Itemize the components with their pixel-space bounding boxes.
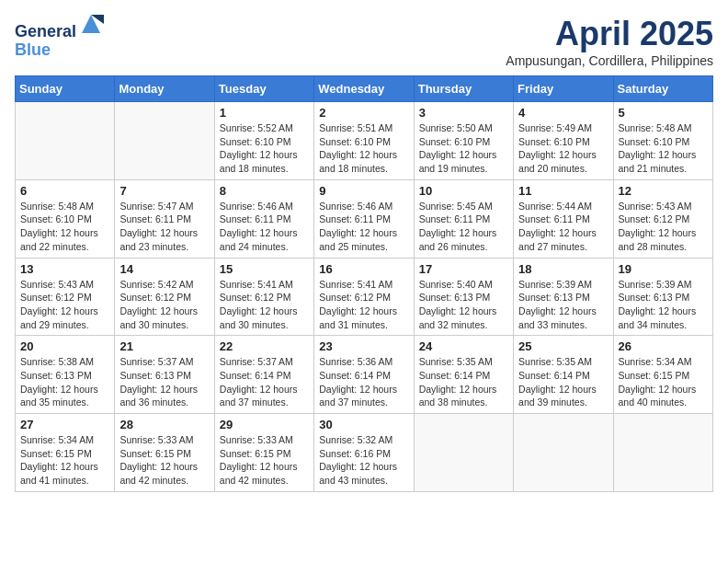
calendar-cell — [115, 102, 214, 180]
day-number: 6 — [20, 184, 109, 198]
day-info: Sunrise: 5:50 AM Sunset: 6:10 PM Dayligh… — [419, 121, 508, 176]
calendar-header-thursday: Thursday — [414, 76, 513, 102]
calendar-cell: 4Sunrise: 5:49 AM Sunset: 6:10 PM Daylig… — [514, 102, 613, 180]
day-info: Sunrise: 5:44 AM Sunset: 6:11 PM Dayligh… — [518, 200, 608, 254]
day-info: Sunrise: 5:48 AM Sunset: 6:10 PM Dayligh… — [619, 121, 708, 176]
title-area: April 2025 Ampusungan, Cordillera, Phili… — [506, 15, 713, 68]
calendar-cell: 8Sunrise: 5:46 AM Sunset: 6:11 PM Daylig… — [214, 179, 313, 258]
calendar-cell: 11Sunrise: 5:44 AM Sunset: 6:11 PM Dayli… — [514, 179, 613, 258]
calendar-cell: 13Sunrise: 5:43 AM Sunset: 6:12 PM Dayli… — [16, 258, 115, 336]
day-number: 23 — [319, 339, 408, 353]
calendar-header-row: SundayMondayTuesdayWednesdayThursdayFrid… — [16, 76, 713, 102]
day-number: 3 — [419, 106, 508, 120]
day-info: Sunrise: 5:33 AM Sunset: 6:15 PM Dayligh… — [220, 433, 309, 488]
day-number: 9 — [319, 184, 408, 198]
calendar-header-monday: Monday — [115, 76, 214, 102]
calendar-cell — [514, 414, 613, 492]
day-info: Sunrise: 5:46 AM Sunset: 6:11 PM Dayligh… — [319, 200, 408, 254]
calendar-week-row: 13Sunrise: 5:43 AM Sunset: 6:12 PM Dayli… — [16, 258, 713, 336]
calendar-cell — [613, 414, 712, 492]
day-info: Sunrise: 5:38 AM Sunset: 6:13 PM Dayligh… — [20, 355, 109, 409]
calendar-cell: 27Sunrise: 5:34 AM Sunset: 6:15 PM Dayli… — [16, 414, 115, 492]
day-info: Sunrise: 5:33 AM Sunset: 6:15 PM Dayligh… — [119, 433, 209, 488]
day-info: Sunrise: 5:51 AM Sunset: 6:10 PM Dayligh… — [319, 121, 408, 176]
calendar-header-friday: Friday — [514, 76, 613, 102]
day-info: Sunrise: 5:34 AM Sunset: 6:15 PM Dayligh… — [20, 433, 109, 488]
calendar-header-sunday: Sunday — [16, 76, 115, 102]
day-number: 29 — [220, 418, 309, 431]
calendar-cell: 3Sunrise: 5:50 AM Sunset: 6:10 PM Daylig… — [414, 102, 513, 180]
day-info: Sunrise: 5:46 AM Sunset: 6:11 PM Dayligh… — [220, 200, 309, 254]
day-number: 20 — [20, 339, 109, 353]
day-number: 7 — [119, 184, 209, 198]
day-number: 4 — [518, 106, 608, 120]
day-info: Sunrise: 5:32 AM Sunset: 6:16 PM Dayligh… — [319, 433, 408, 488]
day-info: Sunrise: 5:45 AM Sunset: 6:11 PM Dayligh… — [419, 200, 508, 254]
day-number: 26 — [619, 339, 708, 353]
page-header: General Blue April 2025 Ampusungan, Cord… — [15, 15, 713, 68]
calendar-cell: 29Sunrise: 5:33 AM Sunset: 6:15 PM Dayli… — [214, 414, 313, 492]
day-number: 25 — [518, 339, 608, 353]
calendar-cell: 22Sunrise: 5:37 AM Sunset: 6:14 PM Dayli… — [214, 336, 313, 414]
day-number: 2 — [319, 106, 408, 120]
logo-text: General — [15, 15, 104, 41]
day-number: 19 — [619, 262, 708, 276]
day-number: 17 — [419, 262, 508, 276]
location: Ampusungan, Cordillera, Philippines — [506, 53, 713, 68]
calendar-cell: 6Sunrise: 5:48 AM Sunset: 6:10 PM Daylig… — [16, 179, 115, 258]
calendar-cell: 2Sunrise: 5:51 AM Sunset: 6:10 PM Daylig… — [314, 102, 414, 180]
day-info: Sunrise: 5:39 AM Sunset: 6:13 PM Dayligh… — [518, 278, 608, 332]
calendar-body: 1Sunrise: 5:52 AM Sunset: 6:10 PM Daylig… — [16, 102, 713, 492]
calendar-cell: 9Sunrise: 5:46 AM Sunset: 6:11 PM Daylig… — [314, 179, 414, 258]
calendar-cell: 17Sunrise: 5:40 AM Sunset: 6:13 PM Dayli… — [414, 258, 513, 336]
day-info: Sunrise: 5:36 AM Sunset: 6:14 PM Dayligh… — [319, 355, 408, 409]
calendar-week-row: 20Sunrise: 5:38 AM Sunset: 6:13 PM Dayli… — [16, 336, 713, 414]
day-number: 12 — [619, 184, 708, 198]
day-info: Sunrise: 5:48 AM Sunset: 6:10 PM Dayligh… — [20, 200, 109, 254]
day-number: 18 — [518, 262, 608, 276]
calendar-cell: 1Sunrise: 5:52 AM Sunset: 6:10 PM Daylig… — [214, 102, 313, 180]
calendar-cell: 14Sunrise: 5:42 AM Sunset: 6:12 PM Dayli… — [115, 258, 214, 336]
day-info: Sunrise: 5:34 AM Sunset: 6:15 PM Dayligh… — [619, 355, 708, 409]
calendar-cell — [414, 414, 513, 492]
day-info: Sunrise: 5:47 AM Sunset: 6:11 PM Dayligh… — [119, 200, 209, 254]
logo-text-blue: Blue — [15, 41, 104, 60]
day-number: 1 — [220, 106, 309, 120]
day-info: Sunrise: 5:52 AM Sunset: 6:10 PM Dayligh… — [220, 121, 309, 176]
calendar-cell: 10Sunrise: 5:45 AM Sunset: 6:11 PM Dayli… — [414, 179, 513, 258]
calendar-cell: 5Sunrise: 5:48 AM Sunset: 6:10 PM Daylig… — [613, 102, 712, 180]
day-info: Sunrise: 5:42 AM Sunset: 6:12 PM Dayligh… — [119, 278, 209, 332]
calendar-header-saturday: Saturday — [613, 76, 712, 102]
day-number: 13 — [20, 262, 109, 276]
calendar-cell: 21Sunrise: 5:37 AM Sunset: 6:13 PM Dayli… — [115, 336, 214, 414]
calendar-cell: 20Sunrise: 5:38 AM Sunset: 6:13 PM Dayli… — [16, 336, 115, 414]
day-info: Sunrise: 5:37 AM Sunset: 6:14 PM Dayligh… — [220, 355, 309, 409]
day-number: 16 — [319, 262, 408, 276]
day-number: 27 — [20, 418, 109, 431]
day-number: 15 — [220, 262, 309, 276]
calendar-table: SundayMondayTuesdayWednesdayThursdayFrid… — [15, 75, 713, 492]
day-number: 8 — [220, 184, 309, 198]
day-info: Sunrise: 5:41 AM Sunset: 6:12 PM Dayligh… — [319, 278, 408, 332]
calendar-cell: 23Sunrise: 5:36 AM Sunset: 6:14 PM Dayli… — [314, 336, 414, 414]
calendar-cell: 28Sunrise: 5:33 AM Sunset: 6:15 PM Dayli… — [115, 414, 214, 492]
day-info: Sunrise: 5:39 AM Sunset: 6:13 PM Dayligh… — [619, 278, 708, 332]
calendar-cell: 15Sunrise: 5:41 AM Sunset: 6:12 PM Dayli… — [214, 258, 313, 336]
calendar-header-wednesday: Wednesday — [314, 76, 414, 102]
day-info: Sunrise: 5:43 AM Sunset: 6:12 PM Dayligh… — [619, 200, 708, 254]
calendar-cell: 12Sunrise: 5:43 AM Sunset: 6:12 PM Dayli… — [613, 179, 712, 258]
calendar-cell: 7Sunrise: 5:47 AM Sunset: 6:11 PM Daylig… — [115, 179, 214, 258]
day-info: Sunrise: 5:41 AM Sunset: 6:12 PM Dayligh… — [220, 278, 309, 332]
day-info: Sunrise: 5:35 AM Sunset: 6:14 PM Dayligh… — [518, 355, 608, 409]
day-number: 10 — [419, 184, 508, 198]
calendar-cell: 26Sunrise: 5:34 AM Sunset: 6:15 PM Dayli… — [613, 336, 712, 414]
calendar-cell: 24Sunrise: 5:35 AM Sunset: 6:14 PM Dayli… — [414, 336, 513, 414]
calendar-cell: 30Sunrise: 5:32 AM Sunset: 6:16 PM Dayli… — [314, 414, 414, 492]
day-number: 22 — [220, 339, 309, 353]
day-info: Sunrise: 5:40 AM Sunset: 6:13 PM Dayligh… — [419, 278, 508, 332]
day-number: 21 — [119, 339, 209, 353]
calendar-cell: 18Sunrise: 5:39 AM Sunset: 6:13 PM Dayli… — [514, 258, 613, 336]
day-number: 30 — [319, 418, 408, 431]
day-number: 14 — [119, 262, 209, 276]
calendar-week-row: 6Sunrise: 5:48 AM Sunset: 6:10 PM Daylig… — [16, 179, 713, 258]
